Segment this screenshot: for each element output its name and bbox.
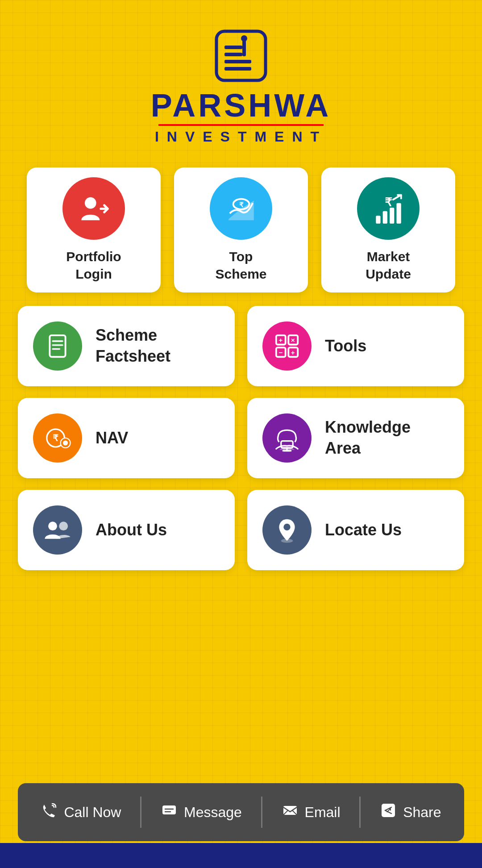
svg-text:₹: ₹ — [53, 433, 58, 443]
locate-us-icon — [262, 505, 312, 555]
wide-row-1: SchemeFactsheet + × − + Tools — [18, 306, 464, 386]
email-icon — [282, 802, 299, 823]
logo-text-parshwa: PARSHWA — [151, 89, 332, 121]
svg-text:↗: ↗ — [386, 806, 391, 814]
divider-3 — [359, 797, 361, 828]
call-now-icon — [41, 802, 58, 823]
scheme-factsheet-card[interactable]: SchemeFactsheet — [18, 306, 235, 386]
svg-rect-11 — [376, 215, 380, 223]
top-scheme-card[interactable]: ₹ TopScheme — [174, 167, 308, 292]
svg-rect-3 — [224, 60, 251, 63]
share-label: Share — [403, 804, 441, 821]
tools-card[interactable]: + × − + Tools — [247, 306, 464, 386]
svg-rect-15 — [50, 335, 65, 357]
wide-row-3: About Us Locate Us — [18, 490, 464, 570]
portfolio-login-label: PortfolioLogin — [66, 248, 121, 283]
message-action[interactable]: Message — [161, 802, 242, 823]
svg-text:+: + — [278, 336, 283, 344]
portfolio-login-icon — [62, 177, 125, 240]
nav-card[interactable]: ₹ NAV — [18, 398, 235, 478]
share-icon: ↗ — [380, 802, 397, 823]
parshwa-logo-icon — [212, 27, 270, 85]
svg-text:₹: ₹ — [239, 200, 243, 208]
svg-rect-2 — [224, 53, 242, 56]
tools-icon: + × − + — [262, 321, 312, 371]
svg-rect-1 — [224, 46, 242, 49]
svg-rect-41 — [283, 806, 297, 815]
svg-point-35 — [59, 522, 68, 530]
email-action[interactable]: Email — [282, 802, 341, 823]
svg-rect-5 — [242, 40, 246, 56]
scheme-factsheet-icon — [33, 321, 82, 371]
svg-rect-31 — [281, 441, 293, 448]
svg-point-7 — [84, 197, 96, 209]
top-scheme-icon: ₹ — [210, 177, 272, 240]
call-now-label: Call Now — [64, 804, 121, 821]
svg-text:₹: ₹ — [385, 196, 392, 209]
market-update-label: MarketUpdate — [366, 248, 411, 283]
about-us-icon — [33, 505, 82, 555]
svg-text:+: + — [291, 349, 295, 356]
svg-text:−: − — [278, 349, 283, 356]
knowledge-area-card[interactable]: KnowledgeArea — [247, 398, 464, 478]
svg-rect-13 — [390, 207, 394, 223]
bottom-action-bar: Call Now Message Email — [18, 783, 464, 841]
wide-row-2: ₹ NAV — [18, 398, 464, 478]
nav-label: NAV — [96, 428, 128, 449]
about-us-label: About Us — [96, 520, 167, 541]
logo-underline — [158, 124, 324, 126]
share-action[interactable]: ↗ Share — [380, 802, 441, 823]
header: PARSHWA INVESTMENT — [0, 0, 482, 159]
divider-2 — [261, 797, 262, 828]
nav-icon: ₹ — [33, 413, 82, 463]
logo-text-investment: INVESTMENT — [155, 129, 327, 145]
svg-text:×: × — [291, 336, 295, 344]
portfolio-login-card[interactable]: PortfolioLogin — [27, 167, 161, 292]
locate-us-card[interactable]: Locate Us — [247, 490, 464, 570]
about-us-card[interactable]: About Us — [18, 490, 235, 570]
svg-rect-14 — [396, 203, 401, 223]
top-row: PortfolioLogin ₹ TopScheme ₹ — [18, 167, 464, 292]
divider-1 — [140, 797, 141, 828]
message-label: Message — [184, 804, 242, 821]
knowledge-area-icon — [262, 413, 312, 463]
locate-us-label: Locate Us — [325, 520, 402, 541]
market-update-icon: ₹ — [357, 177, 420, 240]
main-content: PortfolioLogin ₹ TopScheme ₹ — [0, 159, 482, 579]
svg-point-34 — [48, 522, 57, 530]
knowledge-area-label: KnowledgeArea — [325, 417, 411, 459]
svg-point-6 — [241, 35, 247, 42]
market-update-card[interactable]: ₹ MarketUpdate — [321, 167, 455, 292]
svg-rect-38 — [162, 805, 176, 814]
top-scheme-label: TopScheme — [215, 248, 266, 283]
svg-rect-12 — [382, 211, 387, 223]
message-icon — [161, 802, 178, 823]
wide-rows: SchemeFactsheet + × − + Tools — [18, 306, 464, 570]
email-label: Email — [305, 804, 341, 821]
call-now-action[interactable]: Call Now — [41, 802, 121, 823]
scheme-factsheet-label: SchemeFactsheet — [96, 325, 170, 367]
svg-point-36 — [283, 524, 290, 530]
svg-point-37 — [281, 539, 293, 543]
svg-rect-4 — [224, 67, 251, 71]
svg-point-30 — [63, 441, 68, 446]
navy-bottom-strip — [0, 843, 482, 868]
tools-label: Tools — [325, 336, 366, 357]
